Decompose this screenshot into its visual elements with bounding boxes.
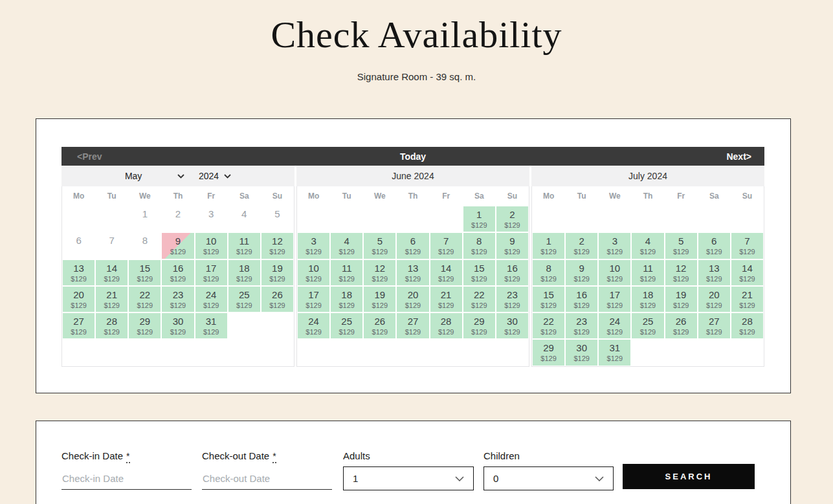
day-july-2024-25[interactable]: 25$129	[631, 312, 664, 339]
children-select[interactable]: 0	[483, 466, 614, 490]
day-may-2024-22[interactable]: 22$129	[128, 286, 161, 312]
day-may-2024-9[interactable]: 9$129	[161, 232, 194, 259]
today-button[interactable]: Today	[400, 151, 426, 162]
year-select[interactable]: 2024	[199, 171, 231, 181]
day-july-2024-10[interactable]: 10$129	[598, 259, 631, 286]
day-july-2024-22[interactable]: 22$129	[532, 312, 565, 339]
day-june-2024-17[interactable]: 17$129	[297, 286, 330, 312]
day-july-2024-20[interactable]: 20$129	[698, 286, 731, 312]
day-june-2024-22[interactable]: 22$129	[463, 286, 496, 312]
day-june-2024-6[interactable]: 6$129	[396, 232, 429, 259]
day-may-2024-24[interactable]: 24$129	[195, 286, 228, 312]
day-june-2024-16[interactable]: 16$129	[496, 259, 529, 286]
day-may-2024-13[interactable]: 13$129	[62, 259, 95, 286]
day-june-2024-2[interactable]: 2$129	[496, 206, 529, 232]
day-july-2024-11[interactable]: 11$129	[631, 259, 664, 286]
day-july-2024-13[interactable]: 13$129	[698, 259, 731, 286]
day-june-2024-28[interactable]: 28$129	[430, 312, 463, 339]
search-button[interactable]: SEARCH	[623, 464, 755, 489]
day-june-2024-20[interactable]: 20$129	[396, 286, 429, 312]
day-july-2024-28[interactable]: 28$129	[731, 312, 764, 339]
day-june-2024-7[interactable]: 7$129	[430, 232, 463, 259]
day-july-2024-14[interactable]: 14$129	[731, 259, 764, 286]
day-may-2024-21[interactable]: 21$129	[95, 286, 128, 312]
day-june-2024-10[interactable]: 10$129	[297, 259, 330, 286]
day-may-2024-17[interactable]: 17$129	[195, 259, 228, 286]
day-number: 19	[272, 263, 283, 274]
day-price: $129	[305, 248, 321, 256]
day-may-2024-15[interactable]: 15$129	[128, 259, 161, 286]
empty-cell	[430, 339, 463, 366]
day-july-2024-8[interactable]: 8$129	[532, 259, 565, 286]
day-july-2024-16[interactable]: 16$129	[565, 286, 598, 312]
day-june-2024-12[interactable]: 12$129	[363, 259, 396, 286]
day-may-2024-26[interactable]: 26$129	[261, 286, 294, 312]
day-june-2024-23[interactable]: 23$129	[496, 286, 529, 312]
day-price: $129	[305, 275, 321, 283]
day-may-2024-31[interactable]: 31$129	[195, 312, 228, 339]
day-may-2024-27[interactable]: 27$129	[62, 312, 95, 339]
day-june-2024-4[interactable]: 4$129	[330, 232, 363, 259]
day-june-2024-14[interactable]: 14$129	[430, 259, 463, 286]
day-june-2024-3[interactable]: 3$129	[297, 232, 330, 259]
prev-button[interactable]: <Prev	[77, 151, 102, 162]
day-july-2024-2[interactable]: 2$129	[565, 232, 598, 259]
day-july-2024-17[interactable]: 17$129	[598, 286, 631, 312]
day-may-2024-28[interactable]: 28$129	[95, 312, 128, 339]
day-july-2024-26[interactable]: 26$129	[665, 312, 698, 339]
day-june-2024-29[interactable]: 29$129	[463, 312, 496, 339]
day-july-2024-1[interactable]: 1$129	[532, 232, 565, 259]
day-july-2024-31[interactable]: 31$129	[598, 339, 631, 366]
day-may-2024-25[interactable]: 25$129	[228, 286, 261, 312]
day-june-2024-15[interactable]: 15$129	[463, 259, 496, 286]
day-june-2024-27[interactable]: 27$129	[396, 312, 429, 339]
day-july-2024-24[interactable]: 24$129	[598, 312, 631, 339]
day-june-2024-26[interactable]: 26$129	[363, 312, 396, 339]
day-july-2024-3[interactable]: 3$129	[598, 232, 631, 259]
day-may-2024-23[interactable]: 23$129	[161, 286, 194, 312]
day-may-2024-19[interactable]: 19$129	[261, 259, 294, 286]
day-july-2024-4[interactable]: 4$129	[631, 232, 664, 259]
day-july-2024-12[interactable]: 12$129	[665, 259, 698, 286]
day-june-2024-24[interactable]: 24$129	[297, 312, 330, 339]
day-june-2024-1[interactable]: 1$129	[463, 206, 496, 232]
day-may-2024-10[interactable]: 10$129	[195, 232, 228, 259]
day-july-2024-5[interactable]: 5$129	[665, 232, 698, 259]
day-may-2024-18[interactable]: 18$129	[228, 259, 261, 286]
day-june-2024-9[interactable]: 9$129	[496, 232, 529, 259]
day-july-2024-27[interactable]: 27$129	[698, 312, 731, 339]
day-june-2024-30[interactable]: 30$129	[496, 312, 529, 339]
day-june-2024-5[interactable]: 5$129	[363, 232, 396, 259]
next-button[interactable]: Next>	[726, 151, 751, 162]
day-july-2024-21[interactable]: 21$129	[731, 286, 764, 312]
day-july-2024-30[interactable]: 30$129	[565, 339, 598, 366]
day-number: 15	[140, 263, 151, 274]
day-may-2024-29[interactable]: 29$129	[128, 312, 161, 339]
day-july-2024-15[interactable]: 15$129	[532, 286, 565, 312]
day-may-2024-14[interactable]: 14$129	[95, 259, 128, 286]
day-july-2024-9[interactable]: 9$129	[565, 259, 598, 286]
checkin-input[interactable]	[61, 469, 192, 490]
checkout-input[interactable]	[202, 469, 332, 490]
day-june-2024-18[interactable]: 18$129	[330, 286, 363, 312]
day-july-2024-23[interactable]: 23$129	[565, 312, 598, 339]
day-july-2024-6[interactable]: 6$129	[698, 232, 731, 259]
adults-select[interactable]: 1	[343, 466, 474, 490]
day-june-2024-25[interactable]: 25$129	[330, 312, 363, 339]
day-price: $129	[203, 301, 219, 310]
day-july-2024-29[interactable]: 29$129	[532, 339, 565, 366]
day-may-2024-16[interactable]: 16$129	[161, 259, 194, 286]
month-select[interactable]: May	[125, 171, 184, 181]
day-may-2024-20[interactable]: 20$129	[62, 286, 95, 312]
day-july-2024-19[interactable]: 19$129	[665, 286, 698, 312]
day-may-2024-12[interactable]: 12$129	[261, 232, 294, 259]
day-july-2024-7[interactable]: 7$129	[731, 232, 764, 259]
day-may-2024-30[interactable]: 30$129	[161, 312, 194, 339]
day-june-2024-19[interactable]: 19$129	[363, 286, 396, 312]
day-july-2024-18[interactable]: 18$129	[631, 286, 664, 312]
day-june-2024-11[interactable]: 11$129	[330, 259, 363, 286]
day-june-2024-21[interactable]: 21$129	[430, 286, 463, 312]
day-may-2024-11[interactable]: 11$129	[228, 232, 261, 259]
day-june-2024-8[interactable]: 8$129	[463, 232, 496, 259]
day-june-2024-13[interactable]: 13$129	[396, 259, 429, 286]
